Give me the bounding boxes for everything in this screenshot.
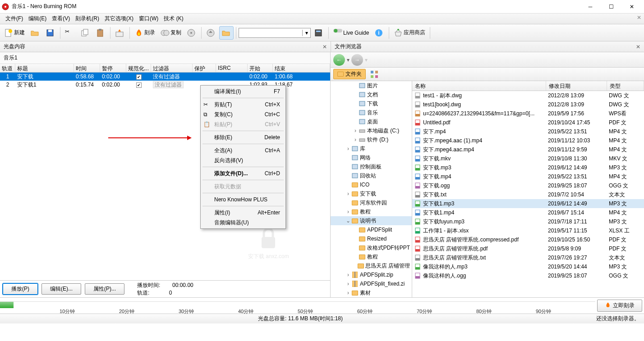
file-row[interactable]: u=2240866237,2132994135&fm=117&gp=0[... … — [412, 109, 644, 118]
file-row[interactable]: 安下载.txt 2019/7/2 10:54 文本文 — [412, 190, 644, 199]
file-row[interactable]: 安下载1.mp3 2019/6/12 14:49 MP3 文 — [412, 199, 644, 208]
save-button[interactable] — [43, 26, 58, 40]
menu-recorder[interactable]: 刻录机(R) — [73, 14, 102, 23]
menu-extras[interactable]: 其它选项(X) — [102, 14, 136, 23]
file-row[interactable]: 安下载1.mp4 2019/6/7 15:14 MP4 文 — [412, 208, 644, 217]
file-row[interactable]: 安下载.mkv 2019/10/8 11:30 MKV 文 — [412, 154, 644, 163]
file-row[interactable]: 像我这样的人.ogg 2019/9/25 18:07 OGG 文 — [412, 271, 644, 280]
close-disc-panel-icon[interactable]: ✕ — [322, 44, 327, 50]
menu-edit[interactable]: 编辑(E) — [26, 14, 49, 23]
view-icons-button[interactable] — [368, 68, 382, 81]
col-title[interactable]: 标题 — [15, 64, 74, 72]
paste-button[interactable] — [93, 26, 108, 40]
ctx-select-all[interactable]: 全选(A)Ctrl+A — [202, 145, 285, 155]
file-row[interactable]: 安下.mpeg4.aac.mp4 2019/11/12 9:59 MP4 文 — [412, 145, 644, 154]
col-norm[interactable]: 规范化... — [126, 64, 151, 72]
burn-settings-button[interactable] — [113, 26, 127, 40]
file-row[interactable]: 思迅天店 店铺管理系统.txt 2019/7/26 19:27 文本文 — [412, 253, 644, 262]
file-explorer-button[interactable] — [219, 26, 234, 40]
ctx-knowhow[interactable]: Nero KnowHow PLUS — [202, 195, 285, 205]
tree-node[interactable]: 河东软件园 — [331, 198, 412, 207]
live-guide-button[interactable]: Live Guide — [331, 26, 371, 40]
tree-node[interactable]: ›APDFSplit.zip — [331, 270, 412, 279]
nav-back-button[interactable]: ← — [333, 54, 345, 66]
cut-button[interactable]: ✂ — [63, 26, 77, 40]
minimize-button[interactable]: ─ — [580, 0, 601, 13]
time-track[interactable]: 10分钟20分钟30分钟40分钟50分钟60分钟70分钟80分钟90分钟 — [0, 301, 595, 314]
tree-node[interactable]: 文档 — [331, 90, 412, 99]
info-button[interactable]: i — [372, 26, 386, 40]
edit-button[interactable]: 编辑(E)... — [41, 283, 81, 295]
folder-tree[interactable]: 图片文档下载音乐桌面›本地磁盘 (C:)›软件 (D:)›库网络控制面板回收站I… — [331, 81, 412, 297]
file-row[interactable]: 安下载.mp4 2019/5/22 13:51 MP4 文 — [412, 172, 644, 181]
tree-node[interactable]: ›本地磁盘 (C:) — [331, 126, 412, 135]
col-filter[interactable]: 过滤器 — [151, 64, 193, 72]
file-row[interactable]: test1[book].dwg 2012/2/8 13:09 DWG 文 — [412, 100, 644, 109]
new-button[interactable]: 新建 — [2, 26, 27, 40]
tree-node[interactable]: ›库 — [331, 144, 412, 153]
tree-node[interactable]: APDFSplit — [331, 225, 412, 234]
file-row[interactable]: Untitled.pdf 2019/10/24 17:45 PDF 文 — [412, 118, 644, 127]
close-button[interactable]: ✕ — [621, 0, 642, 13]
col-name[interactable]: 名称 — [412, 81, 546, 91]
tree-node[interactable]: ›教程 — [331, 207, 412, 216]
disc-info-button[interactable] — [184, 26, 199, 40]
ctx-copy[interactable]: ⧉复制(C)Ctrl+C — [202, 109, 285, 119]
tree-node[interactable]: ›素材 — [331, 288, 412, 297]
burn-button[interactable]: 刻录 — [132, 26, 157, 40]
properties-button[interactable]: 属性(P)... — [85, 283, 124, 295]
col-protect[interactable]: 保护 — [193, 64, 216, 72]
calculator-icon[interactable] — [312, 26, 326, 40]
file-row[interactable]: 安下.mp4 2019/5/22 13:51 MP4 文 — [412, 127, 644, 136]
close-file-panel-icon[interactable]: ✕ — [636, 44, 640, 50]
tree-node[interactable]: ›APDFSplit_fixed.zi — [331, 279, 412, 288]
app-store-button[interactable]: 应用商店 — [391, 26, 428, 40]
track-row[interactable]: 1 安下载 0:58.68 0:02.00 ✔ 没有过滤器 0:02.00 1:… — [0, 73, 330, 81]
tree-node[interactable]: 教程 — [331, 252, 412, 261]
tree-node[interactable]: 网络 — [331, 153, 412, 162]
nav-forward-button[interactable]: → — [351, 54, 363, 66]
tree-node[interactable]: ⌄说明书 — [331, 216, 412, 225]
tree-node[interactable]: 下载 — [331, 99, 412, 108]
file-row[interactable]: test1 - 副本.dwg 2012/2/8 13:09 DWG 文 — [412, 91, 644, 100]
menu-tech[interactable]: 技术 (K) — [161, 14, 186, 23]
open-button[interactable] — [28, 26, 42, 40]
file-row[interactable]: 安下.mpeg4.aac (1).mp4 2019/11/12 10:03 MP… — [412, 136, 644, 145]
nav-back-menu-icon[interactable]: ▾ — [347, 57, 350, 63]
ctx-properties[interactable]: 属性(I)Alt+Enter — [202, 208, 285, 218]
copy-toolbar-button[interactable] — [78, 26, 92, 40]
maximize-button[interactable]: ☐ — [601, 0, 621, 13]
tree-node[interactable]: 桌面 — [331, 117, 412, 126]
file-row[interactable]: 思迅天店 店铺管理系统.compressed.pdf 2019/10/25 16… — [412, 235, 644, 244]
file-list[interactable]: 名称 修改日期 类型 test1 - 副本.dwg 2012/2/8 13:09… — [412, 81, 644, 297]
file-row[interactable]: 安下载fuyun.mp3 2019/7/18 17:11 MP3 文 — [412, 217, 644, 226]
col-date[interactable]: 修改日期 — [546, 81, 607, 91]
tree-node[interactable]: 控制面板 — [331, 162, 412, 171]
menu-window[interactable]: 窗口(W) — [136, 14, 161, 23]
col-end[interactable]: 结束 — [273, 64, 330, 72]
file-row[interactable]: 安下载.ogg 2019/9/25 18:07 OGG 文 — [412, 181, 644, 190]
tree-node[interactable]: ›安下载 — [331, 189, 412, 198]
menubar-close-icon[interactable]: ✕ — [637, 14, 641, 21]
ctx-compile-props[interactable]: 编译属性(I)F7 — [202, 86, 285, 96]
tree-node[interactable]: 改格式PDF转PPT — [331, 243, 412, 252]
file-row[interactable]: 思迅天店 店铺管理系统.pdf 2019/5/8 9:09 PDF 文 — [412, 244, 644, 253]
tree-node[interactable]: Resized — [331, 234, 412, 243]
copy-disc-button[interactable]: 复制 — [158, 26, 184, 40]
tree-node[interactable]: 音乐 — [331, 108, 412, 117]
ctx-remove[interactable]: 移除(E)Delete — [202, 132, 285, 142]
folder-chip[interactable]: 文件夹 — [333, 69, 366, 79]
tree-node[interactable]: 图片 — [331, 81, 412, 90]
burn-now-button[interactable]: 立即刻录 — [597, 300, 642, 312]
ctx-audio-editor[interactable]: 音频编辑器(U) — [202, 218, 285, 227]
col-type[interactable]: 类型 — [607, 81, 644, 91]
tree-node[interactable]: ICO — [331, 180, 412, 189]
col-isrc[interactable]: ISRC — [216, 64, 248, 72]
eject-button[interactable] — [204, 26, 218, 40]
ctx-cut[interactable]: ✂剪贴(T)Ctrl+X — [202, 100, 285, 109]
ctx-invert-selection[interactable]: 反向选择(V) — [202, 155, 285, 165]
recorder-combo[interactable]: ▾ — [239, 28, 311, 38]
tree-node[interactable]: ›软件 (D:) — [331, 135, 412, 144]
tree-node[interactable]: 思迅天店 店铺管理 — [331, 261, 412, 270]
file-row[interactable]: 安下载.mp3 2019/6/12 14:49 MP3 文 — [412, 163, 644, 172]
